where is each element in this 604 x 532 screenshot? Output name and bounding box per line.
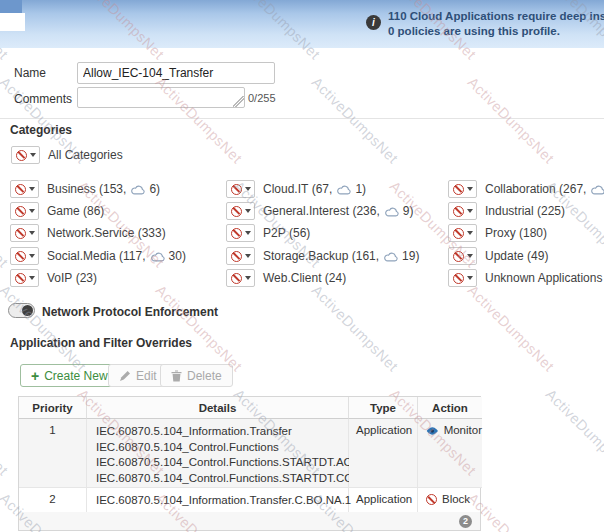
chevron-down-icon: [467, 187, 473, 191]
category-label: Social.Media (117,30): [47, 249, 186, 263]
category-item-p2p: P2P (56): [226, 224, 310, 242]
block-icon: [453, 184, 464, 195]
trash-icon: [171, 370, 182, 382]
category-item-voip: VoIP (23): [10, 269, 97, 287]
block-icon: [231, 184, 242, 195]
info-icon: i: [366, 15, 381, 30]
network-protocol-toggle[interactable]: [8, 303, 35, 318]
category-action-button[interactable]: [10, 269, 39, 287]
category-item-industrial: Industrial (225): [448, 202, 565, 220]
category-action-button[interactable]: [226, 269, 255, 287]
watermark-text: ActiveDumpsNet: [153, 282, 246, 375]
chevron-down-icon: [29, 276, 35, 280]
cell-details[interactable]: IEC.60870.5.104_Information.TransferIEC.…: [87, 419, 349, 488]
cell-action[interactable]: Block: [418, 488, 482, 513]
column-header-priority: Priority: [19, 397, 87, 419]
chevron-down-icon: [29, 254, 35, 258]
block-icon: [453, 273, 464, 284]
overrides-section-title: Application and Filter Overrides: [10, 336, 192, 350]
chevron-down-icon: [467, 231, 473, 235]
chevron-down-icon: [29, 187, 35, 191]
cloud-icon: [591, 185, 604, 195]
category-action-button[interactable]: [10, 247, 39, 265]
name-input[interactable]: [77, 62, 275, 84]
chevron-down-icon: [467, 209, 473, 213]
category-action-button[interactable]: [10, 224, 39, 242]
cell-action[interactable]: Monitor: [418, 419, 482, 488]
pencil-icon: [119, 370, 131, 382]
category-label: Business (153,6): [47, 182, 160, 196]
plus-icon: +: [31, 369, 39, 383]
watermark-text: ActiveDumpsNet: [309, 282, 402, 375]
category-action-button[interactable]: [10, 202, 39, 220]
category-item-general-interest: General.Interest (236,9): [226, 202, 413, 220]
cell-priority[interactable]: 2: [19, 488, 87, 513]
cell-details[interactable]: IEC.60870.5.104_Information.Transfer.C.B…: [87, 488, 349, 513]
category-item-unknown-applications: Unknown Applications: [448, 269, 602, 287]
cell-type[interactable]: Application: [349, 488, 418, 513]
detail-line: IEC.60870.5.104_Control.Functions.STARTD…: [96, 471, 348, 487]
category-item-network-service: Network.Service (333): [10, 224, 166, 242]
block-icon: [16, 150, 27, 161]
category-action-button[interactable]: [448, 180, 477, 198]
edit-label: Edit: [136, 369, 157, 383]
detail-line: IEC.60870.5.104_Control.Functions.STARTD…: [96, 455, 348, 471]
cell-type[interactable]: Application: [349, 419, 418, 488]
edit-button[interactable]: Edit: [108, 364, 168, 387]
chevron-down-icon: [467, 254, 473, 258]
category-item-web-client: Web.Client (24): [226, 269, 346, 287]
toggle-knob: [22, 305, 33, 316]
category-action-button[interactable]: [10, 180, 39, 198]
category-action-button[interactable]: [448, 269, 477, 287]
detail-line: IEC.60870.5.104_Information.Transfer.C.B…: [96, 493, 348, 509]
category-action-button[interactable]: [226, 202, 255, 220]
overrides-table: PriorityDetailsTypeAction1IEC.60870.5.10…: [18, 396, 481, 514]
name-label: Name: [14, 66, 46, 80]
category-action-button[interactable]: [226, 180, 255, 198]
category-label: VoIP (23): [47, 271, 97, 285]
column-header-action: Action: [418, 397, 482, 419]
category-label: Cloud.IT (67,1): [263, 182, 366, 196]
category-item-game: Game (86): [10, 202, 104, 220]
action-label: Monitor: [444, 424, 482, 436]
delete-button[interactable]: Delete: [160, 364, 233, 387]
watermark-text: ActiveDumpsNet: [0, 386, 11, 479]
banner-line1: 110 Cloud Applications require deep insp…: [388, 9, 604, 24]
chevron-down-icon: [30, 153, 36, 157]
watermark-text: ActiveDumpsNet: [543, 386, 604, 479]
create-new-button[interactable]: + Create New: [20, 364, 119, 387]
watermark-text: ActiveDumpsNet: [309, 74, 402, 167]
block-icon: [453, 206, 464, 217]
category-action-button[interactable]: [448, 247, 477, 265]
banner-corner-fragment: [0, 0, 22, 13]
block-icon: [15, 273, 26, 284]
block-icon: [231, 228, 242, 239]
banner-message: 110 Cloud Applications require deep insp…: [388, 9, 604, 39]
chevron-down-icon: [245, 254, 251, 258]
watermark-text: ActiveDumpsNet: [0, 282, 89, 375]
category-action-button[interactable]: [448, 224, 477, 242]
category-label: Network.Service (333): [47, 226, 166, 240]
column-header-details: Details: [87, 397, 349, 419]
category-item-update: Update (49): [448, 247, 548, 265]
category-label: Web.Client (24): [263, 271, 346, 285]
column-header-type: Type: [349, 397, 418, 419]
cloud-icon: [384, 252, 398, 262]
cell-priority[interactable]: 1: [19, 419, 87, 488]
block-icon: [453, 251, 464, 262]
table-footer: 2: [18, 512, 481, 531]
eye-icon: [426, 426, 439, 436]
chevron-down-icon: [245, 187, 251, 191]
category-label: P2P (56): [263, 226, 310, 240]
comments-counter: 0/255: [248, 92, 276, 104]
row-count-badge: 2: [459, 515, 472, 528]
categories-section-title: Categories: [10, 123, 72, 137]
all-categories-label: All Categories: [48, 148, 123, 162]
category-action-button[interactable]: [448, 202, 477, 220]
block-icon: [453, 228, 464, 239]
category-action-button[interactable]: [226, 224, 255, 242]
all-categories-action-button[interactable]: [11, 146, 40, 164]
category-action-button[interactable]: [226, 247, 255, 265]
comments-input[interactable]: [77, 87, 245, 108]
comments-label: Comments: [14, 92, 72, 106]
